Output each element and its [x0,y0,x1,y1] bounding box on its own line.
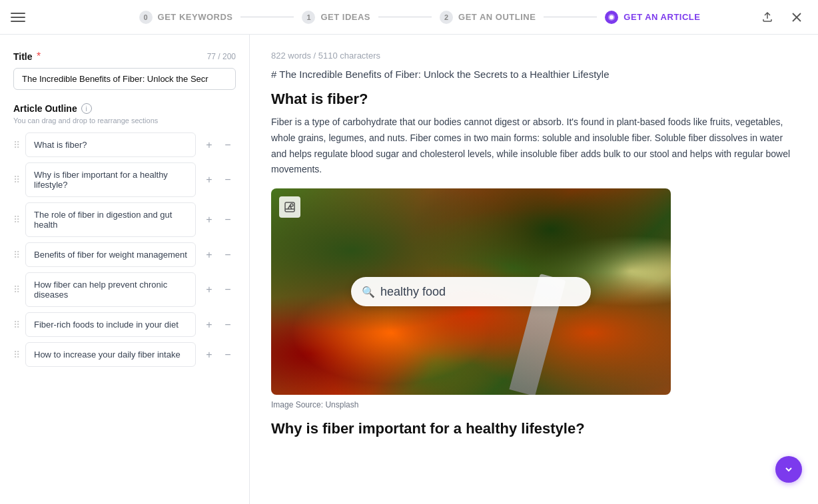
outline-item-actions-1: + − [201,172,236,188]
add-section-button-0[interactable]: + [201,137,217,153]
step-label-1: GET IDEAS [320,12,370,22]
scroll-down-button[interactable] [775,456,802,483]
add-section-button-5[interactable]: + [201,317,217,333]
article-section1-heading: What is fiber? [271,91,797,108]
outline-item-actions-6: + − [201,347,236,363]
remove-section-button-0[interactable]: − [220,137,236,153]
outline-item-text-4: How fiber can help prevent chronic disea… [25,272,196,307]
outline-item-text-5: Fiber-rich foods to include in your diet [25,312,196,337]
outline-item-text-1: Why is fiber important for a healthy lif… [25,162,196,197]
article-image: 🔍 healthy food [271,188,671,395]
drag-handle-2[interactable]: ⠿ [13,214,20,225]
title-required: * [37,51,41,62]
outline-item: ⠿ How fiber can help prevent chronic dis… [13,272,236,307]
step-number-1: 1 [302,11,315,24]
header-actions [757,7,807,28]
add-section-button-1[interactable]: + [201,172,217,188]
image-search-text: healthy food [380,285,446,299]
title-label-group: Title * [13,51,41,63]
outline-header: Article Outline i [13,103,236,114]
step-get-article[interactable]: GET AN ARTICLE [605,11,700,24]
app-header: 0 GET KEYWORDS 1 GET IDEAS 2 GET AN OUTL… [0,0,818,35]
outline-item-text-3: Benefits of fiber for weight management [25,242,196,267]
right-panel: 822 words / 5110 characters # The Incred… [250,35,818,504]
step-number-2: 2 [440,11,453,24]
left-panel: Title * 77 / 200 Article Outline i You c… [0,35,250,504]
drag-handle-1[interactable]: ⠿ [13,174,20,185]
remove-section-button-6[interactable]: − [220,347,236,363]
info-icon[interactable]: i [81,103,92,114]
outline-item: ⠿ Benefits of fiber for weight managemen… [13,242,236,267]
outline-item: ⠿ How to increase your daily fiber intak… [13,342,236,367]
step-label-2: GET AN OUTLINE [458,12,536,22]
outline-item: ⠿ The role of fiber in digestion and gut… [13,202,236,237]
outline-item-actions-5: + − [201,317,236,333]
outline-item-actions-0: + − [201,137,236,153]
outline-item-text-0: What is fiber? [25,132,196,157]
outline-hint: You can drag and drop to rearrange secti… [13,117,236,125]
outline-item: ⠿ Fiber-rich foods to include in your di… [13,312,236,337]
article-section2-heading: Why is fiber important for a healthy lif… [271,420,797,437]
outline-item-actions-3: + − [201,247,236,263]
step-label-0: GET KEYWORDS [158,12,233,22]
title-input[interactable] [13,68,236,90]
add-section-button-2[interactable]: + [201,212,217,228]
step-label-3: GET AN ARTICLE [623,12,700,22]
svg-point-1 [610,15,614,19]
step-number-0: 0 [139,11,153,24]
image-search-bar[interactable]: 🔍 healthy food [351,277,591,306]
image-overlay-icon [279,196,300,218]
step-navigation: 0 GET KEYWORDS 1 GET IDEAS 2 GET AN OUTL… [32,11,807,24]
outline-item: ⠿ Why is fiber important for a healthy l… [13,162,236,197]
article-markdown-title: # The Incredible Benefits of Fiber: Unlo… [271,69,797,80]
remove-section-button-3[interactable]: − [220,247,236,263]
remove-section-button-1[interactable]: − [220,172,236,188]
drag-handle-0[interactable]: ⠿ [13,140,20,150]
step-connector-2 [544,17,597,17]
drag-handle-5[interactable]: ⠿ [13,320,20,330]
add-section-button-4[interactable]: + [201,282,217,298]
title-char-count: 77 / 200 [207,52,236,61]
outline-item-actions-4: + − [201,282,236,298]
outline-item: ⠿ What is fiber? + − [13,132,236,157]
remove-section-button-2[interactable]: − [220,212,236,228]
export-button[interactable] [757,7,778,28]
outline-item-text-2: The role of fiber in digestion and gut h… [25,202,196,237]
outline-item-actions-2: + − [201,212,236,228]
add-section-button-6[interactable]: + [201,347,217,363]
step-get-keywords[interactable]: 0 GET KEYWORDS [139,11,233,24]
image-source-text: Image Source: Unsplash [271,400,797,409]
outline-item-text-6: How to increase your daily fiber intake [25,342,196,367]
title-row: Title * 77 / 200 [13,51,236,63]
remove-section-button-4[interactable]: − [220,282,236,298]
word-count: 822 words / 5110 characters [271,51,797,61]
remove-section-button-5[interactable]: − [220,317,236,333]
step-get-ideas[interactable]: 1 GET IDEAS [302,11,370,24]
step-number-3 [605,11,618,24]
outline-items-list: ⠿ What is fiber? + − ⠿ Why is fiber impo… [13,132,236,367]
main-layout: Title * 77 / 200 Article Outline i You c… [0,35,818,504]
close-button[interactable] [786,7,807,28]
step-connector-0 [240,17,294,17]
article-section1-body: Fiber is a type of carbohydrate that our… [271,115,797,178]
svg-point-6 [290,204,293,206]
drag-handle-4[interactable]: ⠿ [13,284,20,295]
search-icon: 🔍 [362,286,375,298]
step-get-outline[interactable]: 2 GET AN OUTLINE [440,11,536,24]
outline-label: Article Outline [13,103,77,114]
title-label: Title [13,51,33,62]
drag-handle-6[interactable]: ⠿ [13,350,20,360]
step-connector-1 [378,17,432,17]
add-section-button-3[interactable]: + [201,247,217,263]
menu-icon[interactable] [11,13,32,22]
drag-handle-3[interactable]: ⠿ [13,250,20,260]
